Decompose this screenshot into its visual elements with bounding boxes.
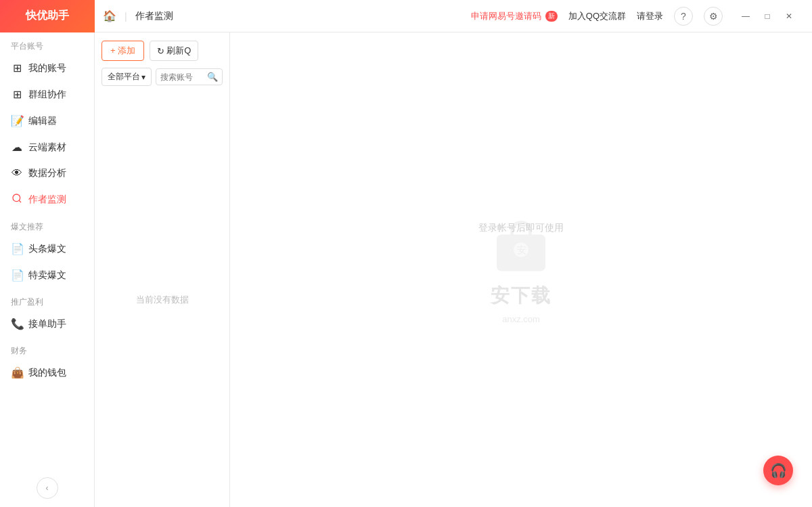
panel-filters: 全部平台 ▾ 🔍 bbox=[95, 68, 229, 93]
group-icon: ⊞ bbox=[11, 88, 23, 101]
sidebar-item-sale-viral[interactable]: 📄 特卖爆文 bbox=[0, 262, 94, 288]
sidebar-item-wallet[interactable]: 👜 我的钱包 bbox=[0, 359, 94, 386]
search-input-wrap: 🔍 bbox=[156, 68, 223, 85]
collapse-circle-icon: ‹ bbox=[37, 477, 58, 499]
titlebar-actions: 申请网易号邀请码 新 加入QQ交流群 请登录 ? ⚙ bbox=[471, 7, 723, 26]
login-link[interactable]: 请登录 bbox=[637, 10, 663, 22]
sidebar-item-editor[interactable]: 📝 编辑器 bbox=[0, 108, 94, 134]
eye-icon: 👁 bbox=[11, 167, 23, 179]
sidebar-item-order-helper[interactable]: 📞 接单助手 bbox=[0, 311, 94, 337]
sidebar: 平台账号 ⊞ 我的账号 ⊞ 群组协作 📝 编辑器 ☁ 云端素材 👁 数据分析 bbox=[0, 32, 95, 507]
wallet-icon: 👜 bbox=[11, 366, 23, 379]
sidebar-label-headline-viral: 头条爆文 bbox=[28, 243, 66, 255]
sidebar-section-promotion: 推广盈利 bbox=[0, 288, 94, 311]
svg-line-1 bbox=[19, 200, 21, 202]
login-hint: 登录帐号后即可使用 bbox=[478, 222, 564, 234]
settings-button[interactable]: ⚙ bbox=[704, 7, 723, 26]
svg-point-0 bbox=[13, 194, 20, 202]
help-button[interactable]: ? bbox=[674, 7, 693, 26]
minimize-button[interactable]: — bbox=[736, 7, 755, 26]
sidebar-label-cloud-material: 云端素材 bbox=[28, 141, 66, 154]
sidebar-label-editor: 编辑器 bbox=[28, 115, 57, 127]
sidebar-label-wallet: 我的钱包 bbox=[28, 367, 66, 379]
sidebar-item-data-analysis[interactable]: 👁 数据分析 bbox=[0, 160, 94, 186]
sidebar-section-viral: 爆文推荐 bbox=[0, 213, 94, 236]
author-monitor-panel: + 添加 ↻ 刷新Q 全部平台 ▾ 🔍 当前没有数据 bbox=[95, 32, 230, 507]
search-icon: 🔍 bbox=[207, 72, 218, 82]
qq-group-link[interactable]: 加入QQ交流群 bbox=[568, 10, 626, 22]
watermark-text: 安下载 bbox=[491, 282, 551, 308]
sidebar-item-cloud-material[interactable]: ☁ 云端素材 bbox=[0, 134, 94, 160]
editor-icon: 📝 bbox=[11, 114, 23, 127]
titlebar: 快优助手 🏠 | 作者监测 申请网易号邀请码 新 加入QQ交流群 请登录 ? ⚙… bbox=[0, 0, 812, 32]
panel-empty-state: 当前没有数据 bbox=[95, 93, 229, 507]
sidebar-item-author-monitor[interactable]: 作者监测 bbox=[0, 186, 94, 213]
sidebar-section-platform: 平台账号 bbox=[0, 32, 94, 55]
sidebar-label-group-collab: 群组协作 bbox=[28, 89, 66, 101]
sidebar-collapse-button[interactable]: ‹ bbox=[0, 469, 94, 507]
doc-icon-1: 📄 bbox=[11, 242, 23, 255]
platform-select[interactable]: 全部平台 ▾ bbox=[102, 68, 152, 86]
breadcrumb-separator: | bbox=[125, 11, 127, 22]
fab-button[interactable]: 🎧 bbox=[763, 456, 793, 485]
sidebar-item-my-account[interactable]: ⊞ 我的账号 bbox=[0, 55, 94, 81]
breadcrumb-page-title: 作者监测 bbox=[135, 10, 173, 22]
main-content: 安 安下载 anxz.com 登录帐号后即可使用 bbox=[230, 32, 812, 507]
main-layout: 平台账号 ⊞ 我的账号 ⊞ 群组协作 📝 编辑器 ☁ 云端素材 👁 数据分析 bbox=[0, 32, 812, 507]
close-button[interactable]: ✕ bbox=[780, 7, 798, 26]
add-button[interactable]: + 添加 bbox=[102, 41, 144, 61]
sidebar-section-finance: 财务 bbox=[0, 337, 94, 359]
sidebar-label-sale-viral: 特卖爆文 bbox=[28, 269, 66, 282]
window-controls: — □ ✕ bbox=[736, 7, 798, 26]
new-badge: 新 bbox=[545, 11, 558, 22]
grid-icon: ⊞ bbox=[11, 62, 23, 74]
sidebar-item-headline-viral[interactable]: 📄 头条爆文 bbox=[0, 236, 94, 262]
app-logo: 快优助手 bbox=[0, 0, 95, 32]
maximize-button[interactable]: □ bbox=[758, 7, 777, 26]
refresh-icon: ↻ bbox=[157, 46, 164, 56]
author-monitor-icon bbox=[11, 193, 23, 206]
refresh-button[interactable]: ↻ 刷新Q bbox=[150, 41, 198, 61]
sidebar-label-author-monitor: 作者监测 bbox=[28, 194, 66, 206]
panel-toolbar: + 添加 ↻ 刷新Q bbox=[95, 32, 229, 68]
cloud-icon: ☁ bbox=[11, 141, 23, 154]
platform-select-label: 全部平台 bbox=[108, 71, 140, 83]
phone-icon: 📞 bbox=[11, 317, 23, 330]
invite-link[interactable]: 申请网易号邀请码 新 bbox=[471, 10, 558, 22]
search-input[interactable] bbox=[160, 72, 207, 82]
svg-text:安: 安 bbox=[517, 244, 526, 255]
doc-icon-2: 📄 bbox=[11, 269, 23, 282]
sidebar-label-my-account: 我的账号 bbox=[28, 62, 66, 74]
titlebar-nav: 🏠 | 作者监测 申请网易号邀请码 新 加入QQ交流群 请登录 ? ⚙ — □ … bbox=[95, 7, 812, 26]
sidebar-label-order-helper: 接单助手 bbox=[28, 318, 66, 330]
refresh-label: 刷新Q bbox=[166, 45, 191, 57]
watermark-url: anxz.com bbox=[502, 313, 540, 324]
content-wrapper: + 添加 ↻ 刷新Q 全部平台 ▾ 🔍 当前没有数据 bbox=[95, 32, 812, 507]
sidebar-label-data-analysis: 数据分析 bbox=[28, 167, 66, 179]
sidebar-item-group-collab[interactable]: ⊞ 群组协作 bbox=[0, 81, 94, 108]
headset-icon: 🎧 bbox=[770, 462, 787, 479]
platform-dropdown-icon: ▾ bbox=[141, 72, 145, 82]
home-icon[interactable]: 🏠 bbox=[103, 9, 116, 22]
